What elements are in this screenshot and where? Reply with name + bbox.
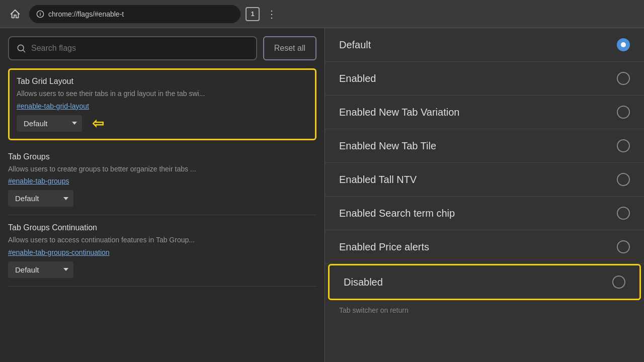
option-label: Enabled Search term chip — [339, 208, 455, 219]
flag-title: Tab Groups — [8, 152, 316, 161]
address-text: chrome://flags/#enable-t — [48, 10, 124, 18]
flag-select-tab-groups[interactable]: Default — [8, 190, 73, 207]
flag-description: Allows users to see their tabs in a grid… — [17, 89, 308, 99]
main-content: Reset all Tab Grid LayoutAllows users to… — [0, 28, 644, 362]
arrow-indicator: ⇦ — [92, 115, 104, 132]
search-bar: Reset all — [8, 36, 316, 60]
option-label: Enabled New Tab Tile — [339, 140, 436, 152]
search-icon — [16, 43, 26, 53]
flag-select-container: Default⇦ — [17, 115, 308, 132]
dropdown-option-enabled-new-tab-variation[interactable]: Enabled New Tab Variation — [325, 96, 644, 129]
radio-circle[interactable] — [617, 240, 630, 253]
flags-container: Tab Grid LayoutAllows users to see their… — [8, 68, 316, 287]
dropdown-option-default[interactable]: Default — [325, 28, 644, 62]
flag-select-container: Default — [8, 261, 316, 278]
radio-circle[interactable] — [617, 139, 630, 152]
dropdown-option-enabled[interactable]: Enabled — [325, 62, 644, 96]
dropdown-option-enabled-new-tab-tile[interactable]: Enabled New Tab Tile — [325, 129, 644, 163]
menu-button[interactable]: ⋮ — [265, 6, 279, 22]
left-panel: Reset all Tab Grid LayoutAllows users to… — [0, 28, 325, 362]
flag-link[interactable]: #enable-tab-grid-layout — [17, 102, 308, 110]
search-input[interactable] — [31, 44, 249, 53]
dropdown-option-disabled[interactable]: Disabled — [328, 264, 641, 300]
dropdown-option-enabled-price-alerts[interactable]: Enabled Price alerts — [325, 230, 644, 264]
flag-description: Allows users to create groups to better … — [8, 164, 316, 174]
flag-description: Allows users to access continuation feat… — [8, 235, 316, 245]
option-label: Enabled — [339, 73, 376, 84]
info-icon — [36, 10, 44, 18]
flag-select-tab-groups-continuation[interactable]: Default — [8, 261, 73, 278]
option-label: Disabled — [344, 277, 383, 288]
flag-title: Tab Groups Continuation — [8, 223, 316, 232]
flag-item-tab-groups: Tab GroupsAllows users to create groups … — [8, 144, 316, 216]
top-bar: chrome://flags/#enable-t 1 ⋮ — [0, 0, 644, 28]
tab-count[interactable]: 1 — [246, 7, 260, 21]
address-bar[interactable]: chrome://flags/#enable-t — [29, 5, 240, 23]
bottom-label: Tab switcher on return — [325, 300, 644, 320]
option-label: Enabled Price alerts — [339, 241, 429, 253]
flag-link[interactable]: #enable-tab-groups — [8, 177, 316, 185]
dropdown-options-container: DefaultEnabledEnabled New Tab VariationE… — [325, 28, 644, 300]
radio-circle[interactable] — [617, 38, 630, 51]
flag-select-tab-grid-layout[interactable]: Default — [17, 115, 82, 132]
flag-item-tab-groups-continuation: Tab Groups ContinuationAllows users to a… — [8, 215, 316, 287]
flag-select-container: Default — [8, 190, 316, 207]
right-panel: DefaultEnabledEnabled New Tab VariationE… — [325, 28, 644, 362]
option-label: Enabled New Tab Variation — [339, 107, 459, 118]
dropdown-option-enabled-tall-ntv[interactable]: Enabled Tall NTV — [325, 163, 644, 197]
dropdown-option-enabled-search-term-chip[interactable]: Enabled Search term chip — [325, 197, 644, 230]
radio-circle[interactable] — [617, 72, 630, 85]
option-label: Enabled Tall NTV — [339, 174, 417, 186]
reset-all-button[interactable]: Reset all — [263, 36, 316, 60]
flag-title: Tab Grid Layout — [17, 77, 308, 86]
radio-circle[interactable] — [617, 106, 630, 119]
search-input-container[interactable] — [8, 36, 257, 60]
flag-link[interactable]: #enable-tab-groups-continuation — [8, 248, 316, 256]
flag-item-tab-grid-layout: Tab Grid LayoutAllows users to see their… — [8, 68, 316, 140]
radio-circle[interactable] — [617, 207, 630, 220]
home-button[interactable] — [6, 5, 24, 23]
radio-circle[interactable] — [612, 276, 625, 289]
option-label: Default — [339, 39, 371, 51]
radio-circle[interactable] — [617, 173, 630, 186]
